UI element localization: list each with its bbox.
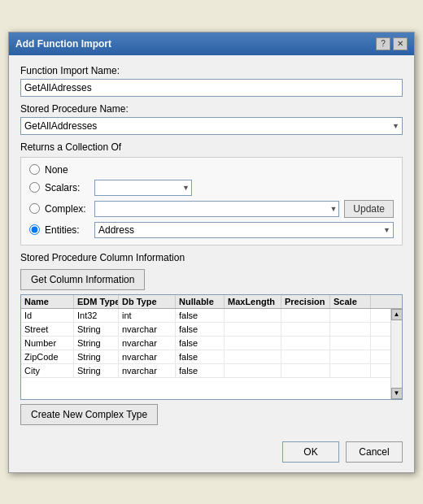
update-button[interactable]: Update [344,200,394,218]
function-import-name-label: Function Import Name: [20,65,403,76]
td-edm: Int32 [74,309,119,322]
td-edm: String [74,337,119,350]
td-scale [330,323,371,336]
table-row: Id Int32 int false [21,309,390,323]
td-db: nvarchar [119,323,176,336]
scroll-track[interactable] [391,320,403,388]
none-radio[interactable] [29,164,40,175]
stored-procedure-select-wrapper: GetAllAddresses [20,117,403,135]
table-scrollbar[interactable]: ▲ ▼ [390,309,402,399]
sp-column-label: Stored Procedure Column Information [20,252,403,263]
td-name: City [21,364,74,377]
td-precision [281,337,330,350]
table-headers: Name EDM Type Db Type Nullable MaxLength… [21,295,402,309]
get-column-button[interactable]: Get Column Information [20,269,145,290]
table-row: Number String nvarchar false [21,337,390,350]
scalars-select[interactable] [94,180,192,196]
td-maxlen [225,364,281,377]
help-button[interactable]: ? [376,37,390,50]
td-maxlen [225,350,281,363]
sp-column-section: Stored Procedure Column Information Get … [20,252,403,425]
stored-procedure-select[interactable]: GetAllAddresses [20,117,403,135]
table-header-row: Name EDM Type Db Type Nullable MaxLength… [21,295,402,309]
th-scale: Scale [330,295,371,308]
td-scale [330,337,371,350]
td-maxlen [225,323,281,336]
td-nullable: false [176,350,225,363]
td-maxlen [225,309,281,322]
returns-section: None Scalars: Complex: [20,157,403,245]
returns-label: Returns a Collection Of [20,141,403,153]
entities-row: Entities: Address [29,222,394,238]
complex-row: Complex: Update [29,200,394,218]
td-nullable: false [176,309,225,322]
table-row: ZipCode String nvarchar false [21,350,390,364]
dialog-container: Add Function Import ? ✕ Function Import … [8,32,415,473]
function-import-name-input[interactable] [20,79,403,97]
td-db: nvarchar [119,350,176,363]
dialog-title: Add Function Import [15,38,111,50]
th-scrollbar-space [371,295,382,308]
td-name: Id [21,309,74,322]
td-precision [281,364,330,377]
th-precision: Precision [281,295,330,308]
td-name: Street [21,323,74,336]
td-precision [281,309,330,322]
none-row: None [29,164,394,176]
complex-select-wrapper [94,201,339,217]
td-db: nvarchar [119,364,176,377]
create-complex-button[interactable]: Create New Complex Type [20,404,158,425]
td-scale [330,350,371,363]
td-edm: String [74,364,119,377]
td-edm: String [74,323,119,336]
column-info-table: Name EDM Type Db Type Nullable MaxLength… [20,294,403,400]
table-row: Street String nvarchar false [21,323,390,337]
td-edm: String [74,350,119,363]
td-nullable: false [176,364,225,377]
entities-radio[interactable] [29,224,40,235]
scalars-label: Scalars: [45,182,89,193]
complex-radio[interactable] [29,203,40,214]
th-name: Name [21,295,74,308]
scroll-down-button[interactable]: ▼ [391,388,403,399]
stored-procedure-name-label: Stored Procedure Name: [20,103,403,115]
td-precision [281,323,330,336]
td-scale [330,364,371,377]
cancel-button[interactable]: Cancel [346,441,403,463]
scroll-up-button[interactable]: ▲ [391,309,403,320]
td-precision [281,350,330,363]
td-nullable: false [176,323,225,336]
table-body-area: Id Int32 int false Street String nvarcha… [21,309,402,399]
td-maxlen [225,337,281,350]
close-button[interactable]: ✕ [393,37,408,50]
th-nullable: Nullable [176,295,225,308]
entities-select-wrapper: Address [94,222,394,238]
entities-select[interactable]: Address [94,222,394,238]
td-db: nvarchar [119,337,176,350]
td-db: int [119,309,176,322]
stored-procedure-name-group: Stored Procedure Name: GetAllAddresses [20,103,403,135]
ok-button[interactable]: OK [282,441,339,463]
scalars-select-wrapper [94,180,192,196]
td-name: ZipCode [21,350,74,363]
th-db-type: Db Type [119,295,176,308]
scalars-radio[interactable] [29,182,40,193]
function-import-name-group: Function Import Name: [20,65,403,97]
th-maxlength: MaxLength [225,295,281,308]
entities-label: Entities: [45,224,89,236]
table-body: Id Int32 int false Street String nvarcha… [21,309,390,399]
returns-section-group: Returns a Collection Of None Scalars: [20,141,403,245]
title-bar-buttons: ? ✕ [376,37,408,50]
td-scale [330,309,371,322]
td-nullable: false [176,337,225,350]
th-edm-type: EDM Type [74,295,119,308]
dialog-footer: OK Cancel [9,435,414,472]
title-bar: Add Function Import ? ✕ [9,33,414,55]
td-name: Number [21,337,74,350]
dialog-body: Function Import Name: Stored Procedure N… [9,55,414,435]
none-label: None [45,164,89,176]
complex-label: Complex: [45,203,89,215]
complex-select[interactable] [94,201,339,217]
table-row: City String nvarchar false [21,364,390,378]
scalars-row: Scalars: [29,180,394,196]
